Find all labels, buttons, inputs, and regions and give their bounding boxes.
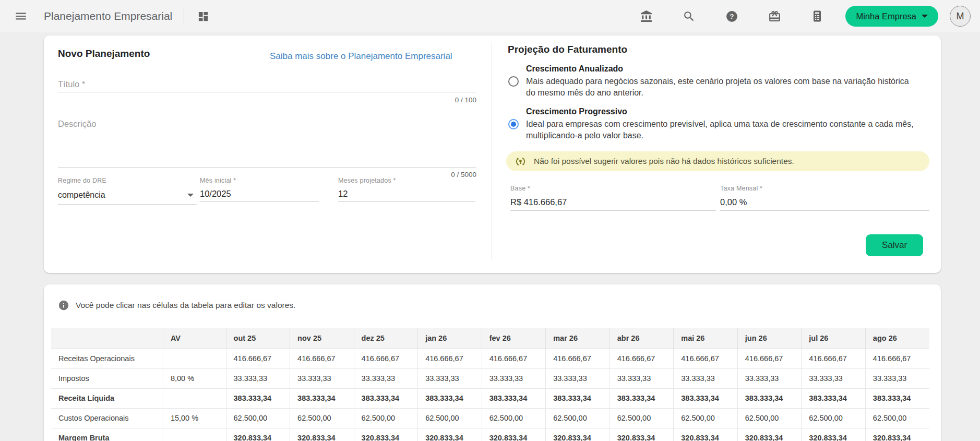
value-cell[interactable]: 383.333,34 xyxy=(290,388,354,408)
base-label: Base * xyxy=(510,185,716,192)
value-cell[interactable]: 416.666,67 xyxy=(546,349,610,368)
dashboard-icon[interactable] xyxy=(193,6,213,27)
taxa-mensal-input[interactable] xyxy=(720,197,929,207)
calculator-icon[interactable] xyxy=(807,6,828,27)
value-cell[interactable]: 416.666,67 xyxy=(737,349,802,368)
radio-crescimento-anualizado[interactable] xyxy=(508,76,519,87)
value-cell[interactable]: 320.833,34 xyxy=(354,428,418,441)
value-cell[interactable]: 383.333,34 xyxy=(418,388,482,408)
value-cell[interactable]: 62.500,00 xyxy=(226,408,290,428)
value-cell[interactable]: 33.333,33 xyxy=(674,368,738,388)
value-cell[interactable]: 416.666,67 xyxy=(609,349,674,368)
suggestion-icon xyxy=(515,156,527,168)
value-cell[interactable]: 33.333,33 xyxy=(482,368,546,388)
value-cell[interactable]: 33.333,33 xyxy=(546,368,610,388)
value-cell[interactable]: 62.500,00 xyxy=(737,408,802,428)
value-cell[interactable]: 416.666,67 xyxy=(290,349,354,368)
save-button[interactable]: Salvar xyxy=(866,234,923,256)
av-cell[interactable] xyxy=(163,349,226,368)
company-selector-button[interactable]: Minha Empresa xyxy=(845,6,938,27)
learn-more-link[interactable]: Saiba mais sobre o Planejamento Empresar… xyxy=(270,51,452,62)
value-cell[interactable]: 33.333,33 xyxy=(354,368,418,388)
table-row: Margem Bruta320.833,34320.833,34320.833,… xyxy=(51,428,929,441)
value-cell[interactable]: 383.333,34 xyxy=(546,388,610,408)
value-cell[interactable]: 33.333,33 xyxy=(802,368,866,388)
value-cell[interactable]: 383.333,34 xyxy=(354,388,418,408)
value-cell[interactable]: 62.500,00 xyxy=(290,408,354,428)
value-cell[interactable]: 62.500,00 xyxy=(418,408,482,428)
value-cell[interactable]: 320.833,34 xyxy=(737,428,802,441)
projection-table: AVout 25nov 25dez 25jan 26fev 26mar 26ab… xyxy=(51,328,929,441)
value-cell[interactable]: 320.833,34 xyxy=(609,428,674,441)
search-icon[interactable] xyxy=(678,6,699,27)
mes-inicial-input[interactable] xyxy=(200,189,319,199)
base-input[interactable] xyxy=(510,197,716,207)
value-cell[interactable]: 320.833,34 xyxy=(802,428,866,441)
column-header: mai 26 xyxy=(674,328,738,349)
av-cell[interactable]: 8,00 % xyxy=(163,368,226,388)
help-icon[interactable]: ? xyxy=(721,6,742,27)
value-cell[interactable]: 383.333,34 xyxy=(609,388,674,408)
regime-select[interactable]: competência xyxy=(58,190,197,200)
value-cell[interactable]: 320.833,34 xyxy=(482,428,546,441)
option-anualizado-label: Crescimento Anualizado xyxy=(526,64,623,74)
value-cell[interactable]: 320.833,34 xyxy=(290,428,354,441)
avatar[interactable]: M xyxy=(950,6,971,27)
value-cell[interactable]: 383.333,34 xyxy=(674,388,738,408)
column-header: out 25 xyxy=(226,328,290,349)
base-field-group: Base * xyxy=(510,185,716,211)
column-header: fev 26 xyxy=(482,328,546,349)
value-cell[interactable]: 383.333,34 xyxy=(802,388,866,408)
taxa-mensal-label: Taxa Mensal * xyxy=(720,185,929,192)
value-cell[interactable]: 320.833,34 xyxy=(418,428,482,441)
value-cell[interactable]: 62.500,00 xyxy=(674,408,738,428)
meses-projetados-input[interactable] xyxy=(338,189,475,199)
value-cell[interactable]: 33.333,33 xyxy=(737,368,802,388)
company-selector-label: Minha Empresa xyxy=(856,11,916,21)
menu-icon[interactable] xyxy=(10,6,31,27)
value-cell[interactable]: 416.666,67 xyxy=(418,349,482,368)
value-cell[interactable]: 33.333,33 xyxy=(226,368,290,388)
bank-icon[interactable] xyxy=(636,6,656,27)
projection-table-card: Você pode clicar nas células da tabela p… xyxy=(44,284,941,441)
descricao-field-group: 0 / 5000 xyxy=(58,119,476,178)
row-label: Custos Operacionais xyxy=(51,408,163,428)
value-cell[interactable]: 33.333,33 xyxy=(418,368,482,388)
value-cell[interactable]: 62.500,00 xyxy=(865,408,929,428)
value-cell[interactable]: 62.500,00 xyxy=(482,408,546,428)
value-cell[interactable]: 416.666,67 xyxy=(482,349,546,368)
option-anualizado-description: Mais adequado para negócios sazonais, es… xyxy=(526,76,918,98)
value-cell[interactable]: 383.333,34 xyxy=(226,388,290,408)
column-header: mar 26 xyxy=(546,328,610,349)
titulo-input[interactable] xyxy=(58,79,476,89)
value-cell[interactable]: 416.666,67 xyxy=(354,349,418,368)
value-cell[interactable]: 33.333,33 xyxy=(290,368,354,388)
value-cell[interactable]: 416.666,67 xyxy=(674,349,738,368)
value-cell[interactable]: 62.500,00 xyxy=(546,408,610,428)
av-cell[interactable] xyxy=(163,388,226,408)
radio-crescimento-progressivo[interactable] xyxy=(508,119,519,129)
descricao-textarea[interactable] xyxy=(58,119,476,165)
value-cell[interactable]: 416.666,67 xyxy=(802,349,866,368)
value-cell[interactable]: 383.333,34 xyxy=(865,388,929,408)
value-cell[interactable]: 416.666,67 xyxy=(226,349,290,368)
value-cell[interactable]: 320.833,34 xyxy=(674,428,738,441)
value-cell[interactable]: 383.333,34 xyxy=(737,388,802,408)
gift-icon[interactable] xyxy=(764,6,785,27)
table-row: Receitas Operacionais416.666,67416.666,6… xyxy=(51,349,929,368)
av-cell[interactable]: 15,00 % xyxy=(163,408,226,428)
av-cell[interactable] xyxy=(163,428,226,441)
value-cell[interactable]: 416.666,67 xyxy=(865,349,929,368)
value-cell[interactable]: 320.833,34 xyxy=(546,428,610,441)
table-scroll-area[interactable]: AVout 25nov 25dez 25jan 26fev 26mar 26ab… xyxy=(51,328,929,441)
value-cell[interactable]: 62.500,00 xyxy=(354,408,418,428)
svg-text:?: ? xyxy=(730,13,734,20)
value-cell[interactable]: 320.833,34 xyxy=(865,428,929,441)
value-cell[interactable]: 320.833,34 xyxy=(226,428,290,441)
panel-divider xyxy=(492,43,492,260)
value-cell[interactable]: 383.333,34 xyxy=(482,388,546,408)
value-cell[interactable]: 62.500,00 xyxy=(802,408,866,428)
value-cell[interactable]: 62.500,00 xyxy=(609,408,674,428)
value-cell[interactable]: 33.333,33 xyxy=(865,368,929,388)
value-cell[interactable]: 33.333,33 xyxy=(609,368,674,388)
